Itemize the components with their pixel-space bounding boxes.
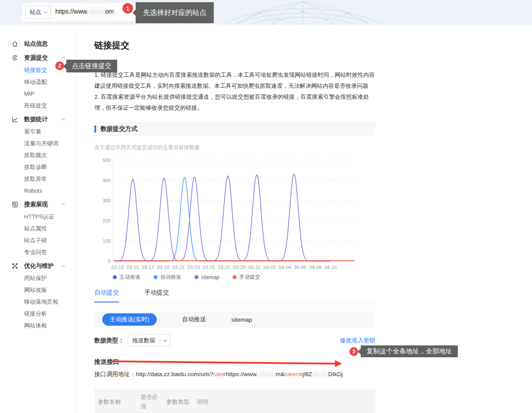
legend-label: 自动推送: [160, 273, 181, 281]
api-site-redacted: abcdef: [258, 371, 276, 377]
sidebar-item-站点子链[interactable]: 站点子链: [11, 234, 75, 246]
auto-submit-subtabs: 主动推送(实时)自动推送sitemap: [94, 312, 375, 327]
home-icon: [11, 40, 18, 47]
sidebar-item-label: 网站体检: [24, 322, 47, 329]
api-token-redacted: abcde: [312, 371, 328, 377]
svg-text:03-17: 03-17: [142, 265, 154, 270]
site-selector[interactable]: 站点: [25, 6, 51, 19]
sidebar-item-label: 移动落地页检: [24, 298, 58, 305]
legend-item-sitemap[interactable]: sitemap: [194, 273, 219, 281]
sidebar-item-专业问答[interactable]: 专业问答: [11, 246, 75, 258]
sidebar-item-网站体检[interactable]: 网站体检: [11, 320, 75, 331]
step-1-badge: 1: [122, 3, 133, 14]
sidebar-item-闭站保护[interactable]: 闭站保护: [11, 272, 75, 284]
usage-paragraph-1: 1. 链接提交工具是网站主动向百度搜索推送数据的工具，本工具可缩短爬虫发现网站链…: [94, 69, 375, 91]
sidebar-item-label: 闭站保护: [24, 275, 47, 281]
sidebar-item-label: MIP: [24, 90, 34, 97]
sidebar-section-label: 资源提交: [24, 54, 61, 62]
sidebar-item-label: 抓取频次: [24, 152, 47, 158]
chevron-up-icon: [61, 265, 65, 267]
chevron-up-icon: [61, 118, 65, 121]
sidebar-section-数据统计[interactable]: 数据统计: [11, 113, 75, 126]
optimize-icon: [11, 262, 18, 269]
svg-text:03-13: 03-13: [111, 265, 124, 270]
sidebar-item-label: 站点子链: [24, 237, 47, 244]
svg-text:03-25: 03-25: [203, 265, 215, 270]
svg-text:04-08: 04-08: [309, 265, 321, 270]
sidebar-item-链接分析[interactable]: 链接分析: [11, 308, 75, 320]
legend-dot: [113, 275, 117, 279]
svg-text:03-19: 03-19: [157, 265, 169, 270]
modify-access-key-link[interactable]: 修改准入密钥: [340, 337, 375, 345]
chevron-up-icon: [61, 57, 65, 59]
svg-text:04-04: 04-04: [279, 265, 291, 270]
tab-自动提交[interactable]: 自动提交: [94, 289, 119, 302]
top-banner: 站点 https://www.abcdeom: [0, 0, 532, 25]
sidebar-item-label: 抓取异常: [24, 176, 47, 182]
sidebar-item-站点属性[interactable]: 站点属性: [11, 223, 75, 234]
svg-text:200: 200: [103, 218, 111, 223]
chart-legend: 主动推送自动推送sitemap手动提交: [94, 273, 375, 281]
sidebar-item-label: 流量与关键词: [24, 140, 58, 147]
subtab-自动推送[interactable]: 自动推送: [182, 316, 206, 323]
usage-heading: 使用说明: [94, 58, 375, 69]
svg-text:03-15: 03-15: [127, 265, 139, 270]
svg-text:500: 500: [103, 158, 111, 163]
svg-text:0: 0: [108, 259, 111, 264]
site-param: site: [213, 371, 223, 377]
section-title: 数据提交方式: [101, 125, 137, 133]
table-header-cell: 参数类型: [163, 389, 193, 413]
svg-text:100: 100: [103, 238, 111, 244]
sidebar-item-label: 索引量: [24, 128, 41, 135]
current-site-url: https://www.abcdeom: [55, 8, 114, 15]
chevron-down-icon: [160, 335, 170, 346]
section-accent-bar: [94, 126, 96, 133]
legend-item-主动推送[interactable]: 主动推送: [113, 273, 140, 281]
subtab-sitemap[interactable]: sitemap: [231, 316, 252, 323]
legend-item-自动推送[interactable]: 自动推送: [154, 273, 181, 281]
legend-label: 主动推送: [119, 273, 140, 281]
api-params-table: 参数名称是否必选参数类型说明site是string在搜索资源平台验证的站点，比如…: [94, 389, 375, 413]
sidebar-item-HTTPS认证[interactable]: HTTPS认证: [11, 211, 75, 223]
sidebar-item-移动适配[interactable]: 移动适配: [11, 76, 75, 88]
sidebar-section-资源提交[interactable]: 资源提交: [11, 52, 75, 64]
sidebar-item-索引量[interactable]: 索引量: [11, 126, 75, 137]
sidebar-section-优化与维护[interactable]: 优化与维护: [11, 260, 75, 272]
legend-item-手动提交[interactable]: 手动提交: [233, 273, 260, 281]
step-3-tooltip: 复制这个全条地址，全部地址: [361, 345, 458, 357]
sidebar-item-MIP[interactable]: MIP: [11, 88, 75, 100]
sidebar-item-移动落地页检[interactable]: 移动落地页检: [11, 296, 75, 308]
sidebar-item-label: 链接提交: [24, 67, 47, 73]
legend-dot: [233, 275, 237, 279]
step-2-badge: 2: [55, 61, 64, 70]
globe-wireframe-graphic: [224, 0, 382, 25]
section-header-data-submit-method: 数据提交方式: [94, 122, 375, 136]
sidebar-section-搜索展现[interactable]: 搜索展现: [11, 198, 75, 211]
tab-手动提交[interactable]: 手动提交: [144, 289, 169, 302]
legend-dot: [194, 275, 198, 279]
subtab-主动推送(实时)[interactable]: 主动推送(实时): [102, 313, 157, 326]
sidebar-item-流量与关键词[interactable]: 流量与关键词: [11, 137, 75, 149]
sidebar-item-Robots[interactable]: Robots: [11, 185, 75, 197]
sidebar-section-站点信息[interactable]: 站点信息: [11, 38, 75, 50]
sidebar-item-抓取诊断[interactable]: 抓取诊断: [11, 161, 75, 173]
legend-dot: [154, 275, 158, 279]
api-call-address: 接口调用地址：http://data.zz.baidu.com/urls?sit…: [94, 370, 375, 378]
step-1-tooltip: 先选择好对应的站点: [136, 2, 214, 23]
sidebar-item-抓取频次[interactable]: 抓取频次: [11, 149, 75, 161]
site-selector-label: 站点: [30, 8, 43, 16]
sidebar-item-抓取异常[interactable]: 抓取异常: [11, 173, 75, 185]
step-3-badge: 3: [349, 347, 358, 356]
sidebar-item-网站改版[interactable]: 网站改版: [11, 284, 75, 296]
sidebar-item-label: 抓取诊断: [24, 164, 47, 170]
data-type-label: 数据类型：: [94, 337, 124, 345]
main-content: 链接提交 使用说明 1. 链接提交工具是网站主动向百度搜索推送数据的工具，本工具…: [75, 25, 532, 413]
svg-text:300: 300: [103, 198, 111, 203]
svg-text:03-29: 03-29: [233, 265, 245, 270]
data-type-select[interactable]: 推送数据: [128, 334, 171, 347]
svg-text:400: 400: [103, 178, 111, 183]
sidebar: 站点信息资源提交链接提交移动适配MIP死链提交数据统计索引量流量与关键词抓取频次…: [0, 25, 75, 413]
step-2-tooltip: 点击链接提交: [66, 60, 117, 72]
sidebar-section-label: 搜索展现: [24, 201, 61, 208]
sidebar-item-死链提交[interactable]: 死链提交: [11, 100, 75, 111]
